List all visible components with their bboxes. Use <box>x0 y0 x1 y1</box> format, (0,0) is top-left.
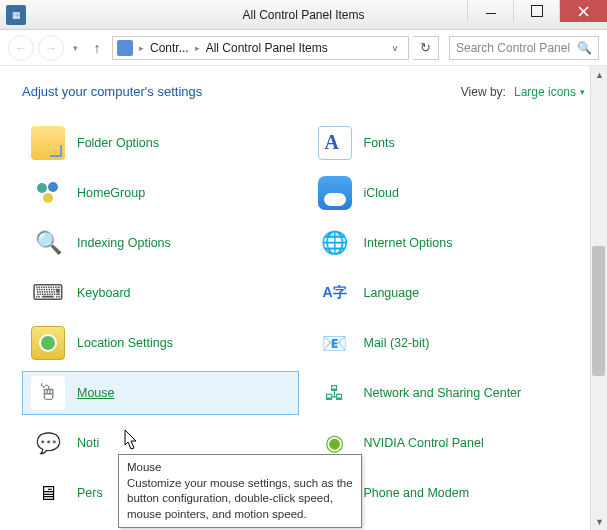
network-icon <box>318 376 352 410</box>
indexing-icon <box>31 226 65 260</box>
item-label: Phone and Modem <box>364 486 470 501</box>
control-panel-item-icloud[interactable]: iCloud <box>309 171 586 215</box>
location-icon <box>31 326 65 360</box>
search-placeholder: Search Control Panel <box>456 41 570 55</box>
scrollbar-thumb[interactable] <box>592 246 605 376</box>
content-header: Adjust your computer's settings View by:… <box>22 84 585 99</box>
close-button[interactable] <box>559 0 607 22</box>
page-heading: Adjust your computer's settings <box>22 84 202 99</box>
control-panel-item-indexing[interactable]: Indexing Options <box>22 221 299 265</box>
item-label: Folder Options <box>77 136 159 151</box>
chevron-right-icon[interactable]: ▸ <box>193 43 202 53</box>
control-panel-item-fonts[interactable]: Fonts <box>309 121 586 165</box>
control-panel-item-mail[interactable]: Mail (32-bit) <box>309 321 586 365</box>
control-panel-item-language[interactable]: Language <box>309 271 586 315</box>
control-panel-icon: ▦ <box>6 5 26 25</box>
control-panel-item-keyboard[interactable]: Keyboard <box>22 271 299 315</box>
item-label: Indexing Options <box>77 236 171 251</box>
item-label: Language <box>364 286 420 301</box>
minimize-button[interactable] <box>467 0 513 22</box>
recent-locations-button[interactable]: ▾ <box>68 43 82 53</box>
control-panel-item-location[interactable]: Location Settings <box>22 321 299 365</box>
folder-icon <box>31 126 65 160</box>
forward-button[interactable]: → <box>38 35 64 61</box>
control-panel-item-mouse[interactable]: Mouse <box>22 371 299 415</box>
fonts-icon <box>318 126 352 160</box>
item-label: Mail (32-bit) <box>364 336 430 351</box>
refresh-button[interactable]: ↻ <box>413 36 439 60</box>
search-icon: 🔍 <box>577 41 592 55</box>
control-panel-item-network[interactable]: Network and Sharing Center <box>309 371 586 415</box>
keyboard-icon <box>31 276 65 310</box>
control-panel-icon <box>117 40 133 56</box>
noti-icon <box>31 426 65 460</box>
item-label: Internet Options <box>364 236 453 251</box>
internet-icon <box>318 226 352 260</box>
tooltip: Mouse Customize your mouse settings, suc… <box>118 454 362 528</box>
breadcrumb[interactable]: Contr... <box>150 41 189 55</box>
address-bar[interactable]: ▸ Contr... ▸ All Control Panel Items v <box>112 36 409 60</box>
item-label: Network and Sharing Center <box>364 386 522 401</box>
tooltip-body: Customize your mouse settings, such as t… <box>127 477 353 520</box>
search-input[interactable]: Search Control Panel 🔍 <box>449 36 599 60</box>
maximize-button[interactable] <box>513 0 559 22</box>
item-label: Fonts <box>364 136 395 151</box>
item-label: iCloud <box>364 186 399 201</box>
scrollbar[interactable]: ▲ ▼ <box>590 66 607 530</box>
item-label: Mouse <box>77 386 115 401</box>
mouse-icon <box>31 376 65 410</box>
icloud-icon <box>318 176 352 210</box>
navbar: ← → ▾ ↑ ▸ Contr... ▸ All Control Panel I… <box>0 30 607 66</box>
language-icon <box>318 276 352 310</box>
item-label: Noti <box>77 436 99 451</box>
control-panel-item-internet[interactable]: Internet Options <box>309 221 586 265</box>
item-label: Pers <box>77 486 103 501</box>
item-label: Keyboard <box>77 286 131 301</box>
window-buttons <box>467 0 607 22</box>
tooltip-title: Mouse <box>127 460 353 476</box>
perso-icon <box>31 476 65 510</box>
up-button[interactable]: ↑ <box>86 37 108 59</box>
item-label: Location Settings <box>77 336 173 351</box>
item-label: NVIDIA Control Panel <box>364 436 484 451</box>
control-panel-item-homegroup[interactable]: HomeGroup <box>22 171 299 215</box>
svg-point-3 <box>48 182 58 192</box>
svg-point-4 <box>43 193 53 203</box>
breadcrumb[interactable]: All Control Panel Items <box>206 41 328 55</box>
view-by-label: View by: <box>461 85 506 99</box>
scroll-up-icon[interactable]: ▲ <box>591 66 607 83</box>
titlebar: ▦ All Control Panel Items <box>0 0 607 30</box>
homegroup-icon <box>31 176 65 210</box>
back-button[interactable]: ← <box>8 35 34 61</box>
svg-point-2 <box>37 183 47 193</box>
mail-icon <box>318 326 352 360</box>
item-label: HomeGroup <box>77 186 145 201</box>
chevron-right-icon[interactable]: ▸ <box>137 43 146 53</box>
address-dropdown-icon[interactable]: v <box>386 43 404 53</box>
control-panel-item-folder[interactable]: Folder Options <box>22 121 299 165</box>
view-by: View by: Large icons <box>461 85 585 99</box>
scroll-down-icon[interactable]: ▼ <box>591 513 607 530</box>
view-by-dropdown[interactable]: Large icons <box>514 85 585 99</box>
content-area: Adjust your computer's settings View by:… <box>0 66 607 530</box>
